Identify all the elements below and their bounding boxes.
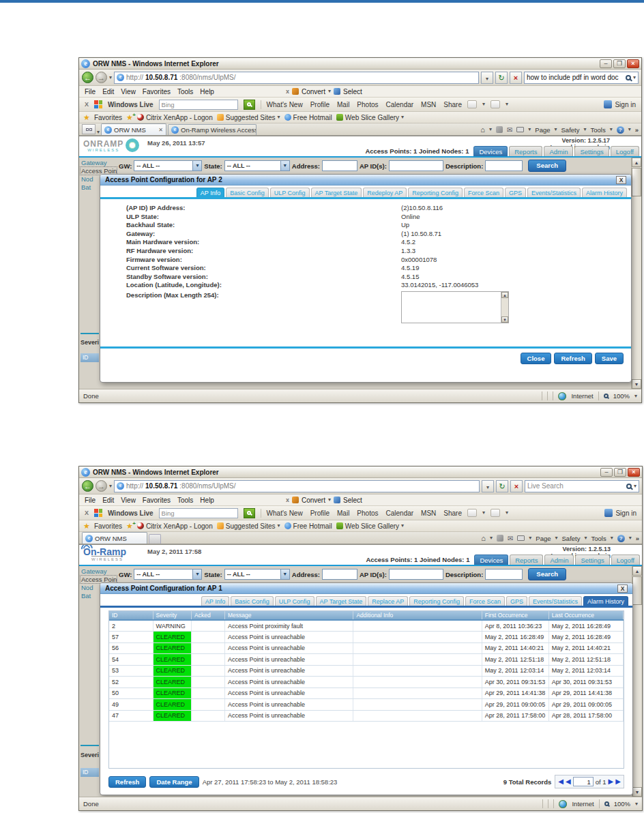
menu-item[interactable]: Tools [177,497,193,504]
textarea-scrollbar[interactable]: ▲▼ [501,292,508,323]
quick-tabs-icon[interactable] [82,124,96,134]
app-nav-tab[interactable]: Logoff [611,555,640,565]
dialog-tab[interactable]: AP Info [196,188,224,197]
chevron-down-icon[interactable]: ▾ [482,102,485,107]
menu-item[interactable]: View [121,88,136,95]
gw-select[interactable]: -- ALL --▼ [134,569,202,580]
bing-search-button[interactable] [244,100,255,110]
column-header[interactable]: Last Occurrence [548,611,623,620]
dialog-tab[interactable]: GPS [505,188,526,197]
dialog-tab[interactable]: Redeploy AP [363,188,407,197]
restore-button[interactable]: ❐ [614,468,626,477]
dialog-tab[interactable]: Basic Config [231,596,274,606]
toolbar-close-icon[interactable]: x [286,497,289,503]
live-link[interactable]: Calendar [386,509,414,517]
dialog-titlebar[interactable]: Access Point Configuration for AP 2 X [100,175,631,186]
dialog-button[interactable]: Close [521,353,552,364]
page-input[interactable]: 1 [573,777,594,786]
address-filter-input[interactable] [322,569,357,580]
zoom-level[interactable]: 100% [613,392,630,400]
dialog-tab[interactable]: Basic Config [226,188,269,197]
column-header[interactable]: Additional Info [353,611,482,620]
minimize-button[interactable]: – [600,468,613,477]
alarm-row[interactable]: 47 CLEARED Access Point is unreachable A… [109,710,624,722]
zoom-level[interactable]: 100% [614,800,630,808]
menu-item[interactable]: Tools [177,88,193,95]
dialog-close-button[interactable]: X [616,176,626,184]
home-icon[interactable]: ⌂ [481,534,486,542]
search-icon[interactable] [626,75,631,80]
sidebar-item[interactable]: Gateway [80,567,117,575]
safety-menu[interactable]: Safety [561,126,580,134]
favorites-label[interactable]: Favorites [94,114,122,121]
page-menu[interactable]: Page [536,535,551,542]
menu-item[interactable]: Favorites [143,88,171,95]
alarm-row[interactable]: 57 CLEARED Access Point is unreachable M… [109,632,624,643]
menu-item[interactable]: Favorites [143,497,171,504]
print-icon[interactable] [516,127,524,132]
app-nav-tab[interactable]: Devices [474,555,508,565]
live-link[interactable]: Profile [310,101,330,108]
chevron-down-icon[interactable]: ▾ [328,497,331,503]
dialog-tab[interactable]: Events/Statistics [527,188,581,197]
first-page-icon[interactable]: ◀ [558,778,564,785]
live-link[interactable]: MSN [421,509,436,517]
back-button[interactable]: ← [82,480,93,492]
photo-tool-icon[interactable] [467,100,477,108]
address-input[interactable]: e http://10.50.8.71:8080/nms/UlpMS/ [114,480,480,492]
stop-button[interactable]: × [510,480,523,492]
column-header[interactable]: Message [225,611,353,620]
alarm-row[interactable]: 49 CLEARED Access Point is unreachable A… [109,699,624,711]
more-commands-icon[interactable]: » [635,126,639,134]
page-menu[interactable]: Page [535,126,550,134]
favorites-star-icon[interactable]: ★ [83,522,90,530]
live-link[interactable]: Calendar [386,101,414,108]
window-titlebar[interactable]: e ORW NMS - Windows Internet Explorer – … [79,58,641,70]
restore-button[interactable]: ❐ [613,59,626,68]
bing-search-input[interactable]: Bing [159,508,238,518]
browser-tab[interactable]: eOn-Ramp Wireless Access Po... [168,124,257,135]
dialog-tab[interactable]: Force Scan [465,596,505,606]
app-nav-tab[interactable]: Devices [473,146,508,156]
favorite-item[interactable]: Free Hotmail [284,522,332,530]
favorite-item[interactable]: Suggested Sites▾ [217,522,280,530]
address-input[interactable]: e http://10.50.8.71:8080/nms/UlpMS/ [114,72,479,84]
refresh-button[interactable]: ↻ [496,480,508,492]
app-nav-tab[interactable]: Admin [544,555,574,565]
mail-icon[interactable]: ✉ [507,126,512,134]
toolbar-close-icon[interactable]: X [85,101,89,108]
column-header[interactable]: ID [109,611,153,620]
mail-tool-icon[interactable] [491,509,500,517]
chevron-down-icon[interactable]: ▾ [482,510,485,516]
browser-tab[interactable]: eORW NMS [82,532,147,544]
dialog-close-button[interactable]: X [617,585,628,593]
mail-tool-icon[interactable] [491,100,500,108]
window-titlebar[interactable]: e ORW NMS - Windows Internet Explorer – … [79,467,642,478]
history-chevron-icon[interactable]: ▾ [109,484,112,489]
search-box[interactable]: how to include pdf in word doc ▾ [524,72,639,84]
favorite-item[interactable]: Citrix XenApp - Logon [137,522,213,530]
app-nav-tab[interactable]: Admin [544,146,573,156]
tools-menu[interactable]: Tools [591,535,606,542]
stop-button[interactable]: × [510,72,522,84]
menu-item[interactable]: Edit [102,497,114,504]
home-icon[interactable]: ⌂ [480,125,485,134]
live-link[interactable]: Mail [337,101,349,108]
live-link[interactable]: MSN [421,101,436,108]
dialog-tab[interactable]: Force Scan [464,188,503,197]
dialog-titlebar[interactable]: Access Point Configuration for AP 1 X [100,583,632,594]
live-link[interactable]: Photos [357,509,378,517]
favorite-item[interactable]: Free Hotmail [284,114,332,121]
search-dropdown-icon[interactable]: ▾ [633,75,636,80]
dialog-tab[interactable]: ULP Config [270,188,310,197]
favorite-item[interactable]: Citrix XenApp - Logon [137,114,213,121]
prev-page-icon[interactable]: ◀ [566,778,571,785]
vertical-scrollbar[interactable]: ▲ ▼ [632,566,642,797]
toolbar-close-icon[interactable]: x [286,88,289,95]
description-textarea[interactable] [402,292,501,323]
chevron-down-icon[interactable]: ▾ [506,102,508,107]
tab-list-chevron-icon[interactable]: ▾ [97,130,100,135]
minimize-button[interactable]: – [600,59,612,68]
scroll-up-icon[interactable]: ▲ [632,158,641,167]
menu-item[interactable]: Help [200,497,214,504]
